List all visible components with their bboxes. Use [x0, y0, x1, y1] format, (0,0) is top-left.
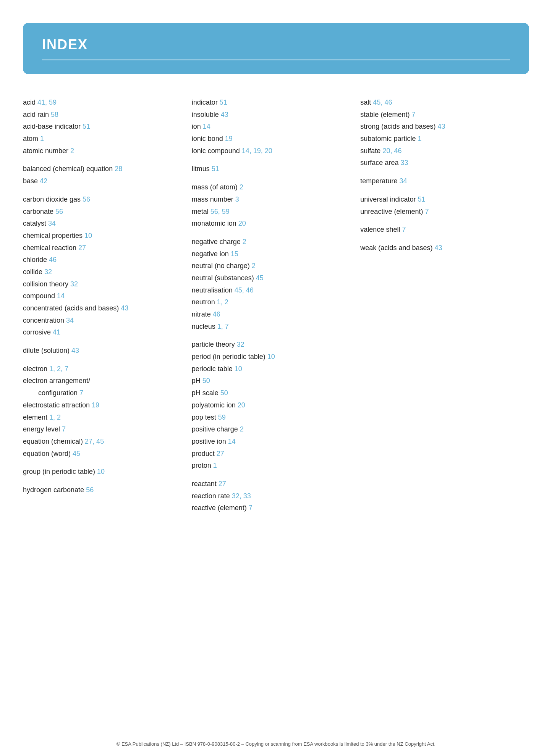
entry-num: 2	[252, 262, 256, 270]
entry-term: acid	[23, 99, 37, 106]
list-item: dilute (solution) 43	[23, 345, 180, 357]
entry-term: reaction rate	[192, 492, 232, 500]
entry-num: 19	[92, 401, 99, 409]
entry-num: 43	[121, 304, 128, 312]
entry-term: dilute (solution)	[23, 347, 71, 354]
entry-num: 32	[70, 280, 78, 288]
list-item: atom 1	[23, 133, 180, 145]
entry-term: polyatomic ion	[192, 401, 238, 409]
entry-num: 43	[221, 111, 228, 118]
entry-num: 2	[240, 183, 243, 191]
entry-num: 14, 19, 20	[242, 147, 272, 155]
list-item: valence shell 7	[360, 224, 518, 236]
entry-num: 20	[238, 220, 246, 227]
list-item: chemical properties 10	[23, 230, 180, 242]
entry-num: 2	[243, 238, 246, 246]
entry-term: concentrated (acids and bases)	[23, 304, 121, 312]
entry-num: 2	[70, 147, 74, 155]
entry-num: 1, 2	[217, 298, 228, 306]
entry-num: 7	[402, 226, 406, 233]
entry-term: atomic number	[23, 147, 70, 155]
entry-term: mass number	[192, 195, 235, 203]
entry-term: acid-base indicator	[23, 123, 83, 130]
entry-num: 27	[219, 480, 226, 488]
list-item: particle theory 32	[192, 339, 349, 351]
list-item: equation (word) 45	[23, 448, 180, 460]
entry-num: 28	[115, 165, 122, 173]
list-item: acid 41, 59	[23, 97, 180, 108]
entry-num: 42	[40, 177, 47, 185]
entry-num: 46	[213, 310, 220, 318]
list-item: period (in periodic table) 10	[192, 351, 349, 363]
list-item: weak (acids and bases) 43	[360, 242, 518, 254]
entry-term: negative ion	[192, 250, 231, 258]
entry-term: equation (chemical)	[23, 438, 85, 445]
entry-num: 56	[55, 208, 63, 215]
entry-term: positive charge	[192, 425, 240, 433]
entry-num: 45	[256, 274, 264, 282]
list-item: neutralisation 45, 46	[192, 285, 349, 296]
entry-term: surface area	[360, 159, 400, 166]
list-item: collide 32	[23, 267, 180, 278]
entry-term: periodic table	[192, 365, 235, 373]
entry-term: balanced (chemical) equation	[23, 165, 115, 173]
index-content: acid 41, 59acid rain 58acid-base indicat…	[23, 97, 529, 515]
header-rule	[42, 60, 510, 60]
entry-term: pH	[192, 377, 202, 384]
entry-term: ionic compound	[192, 147, 242, 155]
entry-num: 56, 59	[210, 208, 230, 215]
entry-num: 33	[400, 159, 408, 166]
list-item: positive charge 2	[192, 424, 349, 435]
entry-term: stable (element)	[360, 111, 411, 118]
entry-num: 27, 45	[85, 438, 104, 445]
entry-term: neutralisation	[192, 286, 235, 294]
entry-term: salt	[360, 99, 373, 106]
entry-num: 50	[202, 377, 210, 384]
entry-term: period (in periodic table)	[192, 353, 267, 360]
footer-text: © ESA Publications (NZ) Ltd – ISBN 978-0…	[0, 741, 552, 747]
entry-num: 32	[237, 341, 244, 348]
entry-term: compound	[23, 292, 57, 300]
entry-num: 10	[235, 365, 242, 373]
entry-num: 51	[212, 165, 219, 173]
entry-term: sulfate	[360, 147, 382, 155]
entry-term: pH scale	[192, 389, 220, 397]
entry-num: 43	[437, 123, 445, 130]
list-item: reactant 27	[192, 478, 349, 490]
entry-num: 7	[425, 208, 429, 215]
list-item: equation (chemical) 27, 45	[23, 436, 180, 447]
entry-term: temperature	[360, 177, 399, 185]
entry-num: 1	[213, 462, 217, 469]
entry-num: 1	[40, 135, 44, 142]
entry-term: nitrate	[192, 310, 213, 318]
entry-term: base	[23, 177, 40, 185]
list-item: atomic number 2	[23, 145, 180, 157]
list-item: reaction rate 32, 33	[192, 491, 349, 502]
entry-num: 7	[79, 389, 83, 397]
entry-num: 14	[228, 438, 236, 445]
list-item: pH scale 50	[192, 388, 349, 399]
entry-term: neutron	[192, 298, 217, 306]
entry-term: pop test	[192, 414, 218, 421]
list-item: negative charge 2	[192, 236, 349, 248]
entry-term: group (in periodic table)	[23, 468, 97, 475]
list-item: periodic table 10	[192, 363, 349, 375]
entry-num: 7	[249, 504, 253, 512]
entry-term: electrostatic attraction	[23, 401, 92, 409]
list-item: subatomic particle 1	[360, 133, 518, 145]
list-item: nitrate 46	[192, 309, 349, 320]
entry-term: positive ion	[192, 438, 228, 445]
entry-term: ion	[192, 123, 203, 130]
list-item: configuration 7	[23, 388, 180, 399]
list-item: carbonate 56	[23, 206, 180, 218]
entry-term: weak (acids and bases)	[360, 244, 434, 252]
entry-num: 56	[86, 486, 94, 494]
list-item: group (in periodic table) 10	[23, 466, 180, 478]
entry-term: valence shell	[360, 226, 402, 233]
entry-num: 2	[240, 425, 244, 433]
entry-num: 34	[66, 317, 74, 324]
index-column-1: acid 41, 59acid rain 58acid-base indicat…	[23, 97, 192, 515]
list-item: neutral (no charge) 2	[192, 260, 349, 272]
index-header: Index	[23, 23, 529, 74]
entry-num: 45, 46	[373, 99, 392, 106]
